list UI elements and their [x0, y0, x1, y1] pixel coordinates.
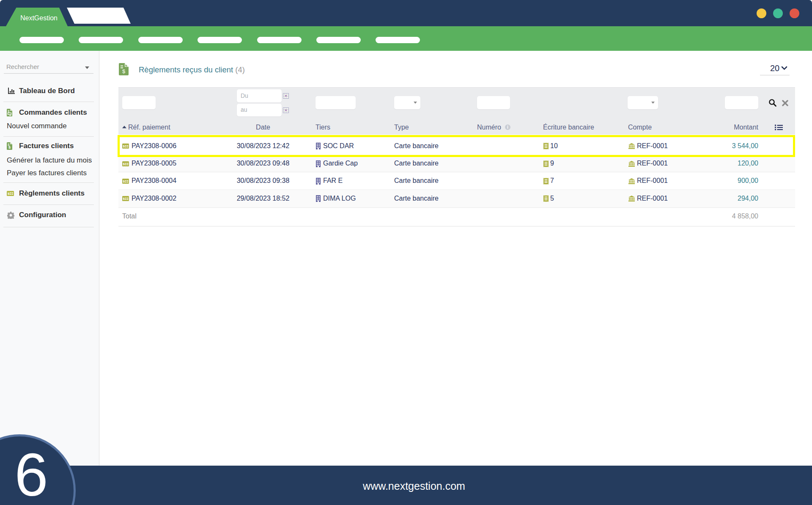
svg-text:$: $ — [8, 145, 11, 149]
svg-text:$: $ — [123, 144, 125, 148]
svg-text:$: $ — [123, 162, 125, 166]
svg-text:$: $ — [123, 179, 125, 183]
svg-text:$: $ — [123, 197, 125, 201]
svg-text:$: $ — [122, 68, 126, 75]
svg-text:$: $ — [8, 192, 10, 196]
